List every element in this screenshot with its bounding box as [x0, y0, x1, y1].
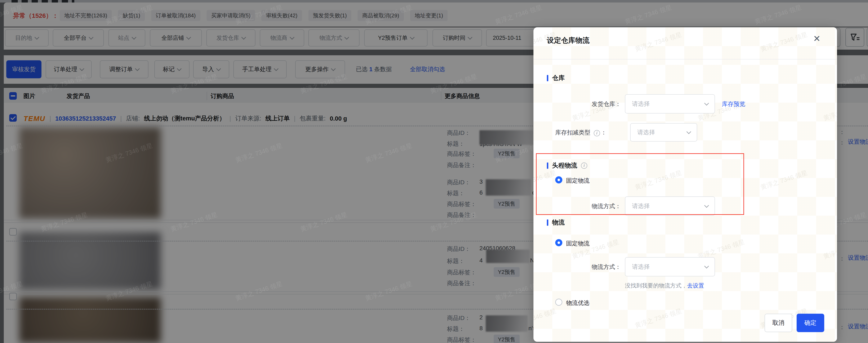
info-icon: i	[581, 162, 587, 169]
section-logistics: 物流	[547, 218, 565, 227]
section-warehouse: 仓库	[547, 74, 565, 82]
logistics-method-label: 物流方式：	[573, 263, 621, 271]
close-icon[interactable]: ✕	[813, 34, 820, 43]
dialog-title: 设定仓库物流	[547, 36, 590, 45]
ship-warehouse-select[interactable]: 请选择	[625, 94, 715, 114]
chevron-down-icon	[704, 101, 709, 106]
first-leg-method-select[interactable]: 请选择	[625, 196, 715, 216]
logistics-fixed-label: 固定物流	[566, 240, 590, 248]
logistics-method-select[interactable]: 请选择	[625, 257, 715, 276]
chevron-down-icon	[686, 129, 691, 134]
chevron-down-icon	[704, 203, 709, 208]
cancel-button[interactable]: 取消	[765, 314, 792, 332]
inventory-preview-link[interactable]: 库存预览	[722, 100, 745, 108]
section-first-leg: 头程物流 i	[547, 161, 587, 170]
logistics-preferred-label: 物流优选	[566, 299, 590, 307]
first-leg-method-label: 物流方式：	[573, 202, 621, 210]
logistics-preferred-radio[interactable]	[555, 299, 562, 306]
order-management-screen: 异常（1526）： 地址不完整(1263) 缺货(1) 订单被取消(184) 买…	[0, 0, 868, 343]
method-not-found-text: 没找到我要的物流方式，去设置	[625, 282, 704, 289]
first-leg-fixed-label: 固定物流	[566, 177, 590, 185]
goto-settings-link[interactable]: 去设置	[687, 282, 704, 289]
stock-deduct-type-select[interactable]: 请选择	[630, 123, 697, 142]
first-leg-fixed-radio[interactable]	[555, 176, 562, 183]
stock-deduct-type-label: 库存扣减类型 i：	[555, 129, 607, 136]
ship-warehouse-label: 发货仓库：	[573, 100, 621, 108]
info-icon: i	[594, 130, 600, 136]
confirm-button[interactable]: 确定	[797, 314, 824, 332]
header-divider	[533, 59, 837, 60]
chevron-down-icon	[704, 264, 709, 269]
logistics-fixed-radio[interactable]	[555, 239, 562, 246]
set-warehouse-logistics-dialog: 黄淳之 7346 领星黄淳之 7346 领星黄淳之 7346 领星黄淳之 734…	[533, 27, 837, 342]
